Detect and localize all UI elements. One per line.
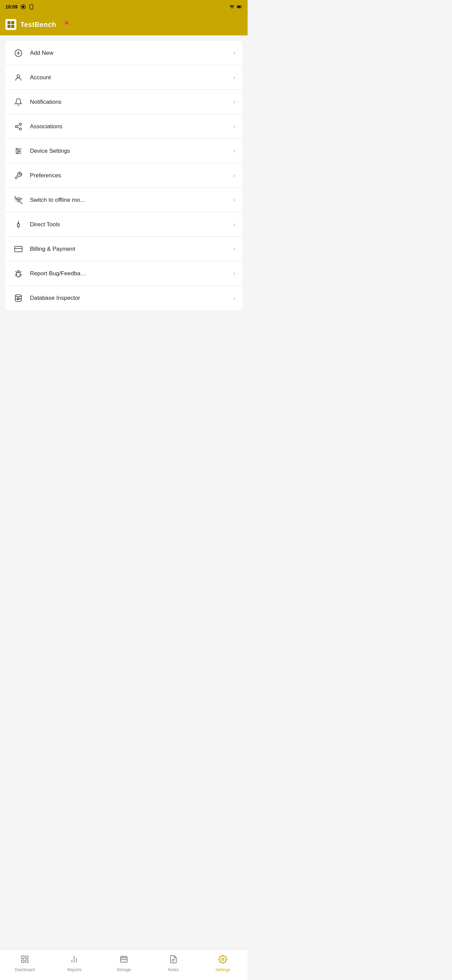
device-settings-chevron: › — [233, 147, 235, 154]
direct-tools-chevron: › — [233, 221, 235, 228]
preferences-label: Preferences — [30, 172, 233, 179]
billing-payment-icon — [12, 243, 24, 255]
status-icons-right — [229, 4, 242, 10]
menu-item-direct-tools[interactable]: Direct Tools › — [5, 212, 242, 237]
add-new-chevron: › — [233, 49, 235, 56]
svg-point-22 — [17, 153, 18, 154]
svg-point-0 — [22, 6, 24, 8]
menu-item-report-bug[interactable]: Report Bug/Feedba… › — [5, 261, 242, 286]
camera-icon — [21, 4, 26, 10]
associations-icon — [12, 121, 24, 133]
direct-tools-label: Direct Tools — [30, 221, 233, 228]
status-bar: 10:09 — [0, 0, 247, 14]
billing-payment-chevron: › — [233, 245, 235, 253]
preferences-chevron: › — [233, 172, 235, 179]
report-bug-chevron: › — [233, 270, 235, 277]
menu-item-preferences[interactable]: Preferences › — [5, 163, 242, 188]
account-chevron: › — [233, 74, 235, 81]
svg-rect-1 — [30, 5, 33, 9]
app-logo — [5, 19, 16, 30]
svg-point-20 — [16, 148, 18, 150]
menu-item-device-settings[interactable]: Device Settings › — [5, 139, 242, 163]
status-time: 10:09 — [5, 4, 18, 10]
svg-line-16 — [17, 124, 20, 126]
app-bar: TestBench 📍 — [0, 14, 247, 35]
switch-offline-label: Switch to offline mo… — [30, 197, 233, 204]
notifications-label: Notifications — [30, 99, 233, 105]
switch-offline-chevron: › — [233, 196, 235, 204]
menu-item-account[interactable]: Account › — [5, 65, 242, 90]
direct-tools-icon — [12, 218, 24, 231]
associations-label: Associations — [30, 123, 233, 130]
svg-rect-5 — [11, 21, 14, 24]
menu-item-notifications[interactable]: Notifications › — [5, 90, 242, 115]
add-new-label: Add New — [30, 50, 233, 56]
app-title: TestBench — [21, 21, 56, 29]
associations-chevron: › — [233, 123, 235, 130]
report-bug-icon — [12, 267, 24, 280]
svg-rect-29 — [17, 224, 19, 227]
database-inspector-icon — [12, 292, 24, 304]
phone-icon — [29, 4, 34, 10]
account-label: Account — [30, 74, 233, 81]
menu-item-billing-payment[interactable]: Billing & Payment › — [5, 237, 242, 261]
device-settings-label: Device Settings — [30, 148, 233, 154]
wifi-icon — [229, 4, 235, 10]
svg-line-15 — [17, 127, 20, 128]
switch-offline-icon — [12, 194, 24, 206]
billing-payment-label: Billing & Payment — [30, 246, 233, 253]
svg-rect-7 — [11, 25, 14, 28]
database-inspector-chevron: › — [233, 295, 235, 302]
account-icon — [12, 72, 24, 84]
preferences-icon — [12, 169, 24, 182]
svg-rect-4 — [8, 21, 11, 24]
device-settings-icon — [12, 145, 24, 157]
menu-item-switch-offline[interactable]: Switch to offline mo… › — [5, 188, 242, 212]
svg-point-32 — [15, 295, 21, 297]
svg-point-21 — [18, 150, 20, 152]
menu-item-associations[interactable]: Associations › — [5, 115, 242, 139]
menu-item-add-new[interactable]: Add New › — [5, 41, 242, 65]
location-icon: 📍 — [62, 21, 71, 29]
add-new-icon — [12, 47, 24, 59]
report-bug-label: Report Bug/Feedba… — [30, 270, 233, 277]
database-inspector-label: Database Inspector — [30, 295, 233, 301]
menu-item-database-inspector[interactable]: Database Inspector › — [5, 286, 242, 310]
svg-rect-30 — [14, 247, 22, 252]
svg-rect-6 — [8, 25, 11, 28]
svg-point-11 — [17, 75, 20, 78]
notifications-icon — [12, 96, 24, 108]
menu-list: Add New › Account › Notifications › — [5, 41, 242, 310]
location-button[interactable]: 📍 — [62, 20, 71, 29]
battery-icon — [237, 4, 242, 10]
svg-rect-3 — [238, 6, 241, 8]
notifications-chevron: › — [233, 98, 235, 105]
